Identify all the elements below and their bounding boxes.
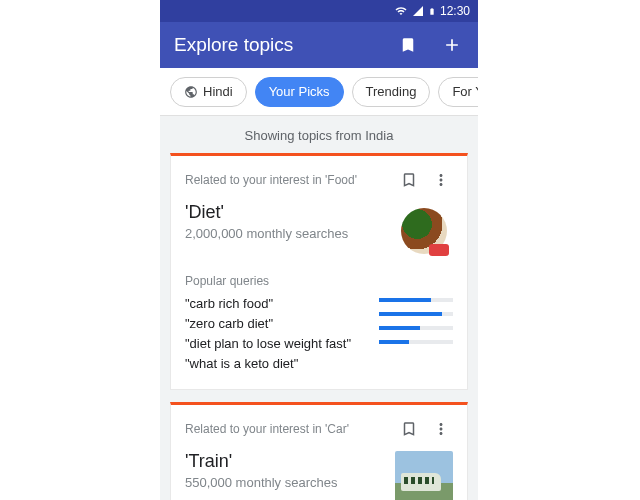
query-item: "zero carb diet" [185, 314, 369, 334]
globe-icon [184, 85, 198, 99]
query-bar [379, 298, 453, 302]
more-vert-icon [432, 171, 450, 189]
query-bar [379, 340, 453, 344]
status-time: 12:30 [440, 4, 470, 18]
add-button[interactable] [440, 33, 464, 57]
card-bookmark-button[interactable] [397, 168, 421, 192]
bookmark-button[interactable] [396, 33, 420, 57]
card-more-button[interactable] [429, 168, 453, 192]
chip-trending[interactable]: Trending [352, 77, 431, 107]
app-bar: Explore topics [160, 22, 478, 68]
query-bar [379, 312, 453, 316]
chip-label: For You [452, 84, 478, 99]
topic-searches: 550,000 monthly searches [185, 475, 385, 490]
subtitle: Showing topics from India [160, 116, 478, 153]
topic-title: 'Diet' [185, 202, 385, 223]
bookmark-outline-icon [400, 420, 418, 438]
phone-screen: 12:30 Explore topics Hindi Your Picks Tr… [160, 0, 478, 500]
topic-card[interactable]: Related to your interest in 'Food' 'Diet… [170, 153, 468, 390]
cards-list: Related to your interest in 'Food' 'Diet… [160, 153, 478, 500]
filter-chips: Hindi Your Picks Trending For You [160, 68, 478, 116]
chip-hindi[interactable]: Hindi [170, 77, 247, 107]
related-label: Related to your interest in 'Car' [185, 422, 389, 436]
card-more-button[interactable] [429, 417, 453, 441]
topic-searches: 2,000,000 monthly searches [185, 226, 385, 241]
bookmark-icon [399, 36, 417, 54]
query-item: "diet plan to lose weight fast" [185, 334, 369, 354]
chip-label: Your Picks [269, 84, 330, 99]
page-title: Explore topics [174, 34, 376, 56]
chip-your-picks[interactable]: Your Picks [255, 77, 344, 107]
more-vert-icon [432, 420, 450, 438]
popular-queries-label: Popular queries [185, 274, 453, 288]
topic-thumbnail [395, 451, 453, 500]
query-item: "carb rich food" [185, 294, 369, 314]
status-bar: 12:30 [160, 0, 478, 22]
query-bars [379, 294, 453, 375]
chip-for-you[interactable]: For You [438, 77, 478, 107]
card-bookmark-button[interactable] [397, 417, 421, 441]
plus-icon [442, 35, 462, 55]
chip-label: Hindi [203, 84, 233, 99]
related-label: Related to your interest in 'Food' [185, 173, 389, 187]
query-list: "carb rich food" "zero carb diet" "diet … [185, 294, 369, 375]
topic-thumbnail [395, 202, 453, 260]
query-item: "what is a keto diet" [185, 354, 369, 374]
battery-icon [428, 5, 436, 18]
query-bar [379, 326, 453, 330]
topic-card[interactable]: Related to your interest in 'Car' 'Train… [170, 402, 468, 500]
signal-icon [412, 5, 424, 17]
topic-title: 'Train' [185, 451, 385, 472]
chip-label: Trending [366, 84, 417, 99]
wifi-icon [394, 5, 408, 17]
bookmark-outline-icon [400, 171, 418, 189]
